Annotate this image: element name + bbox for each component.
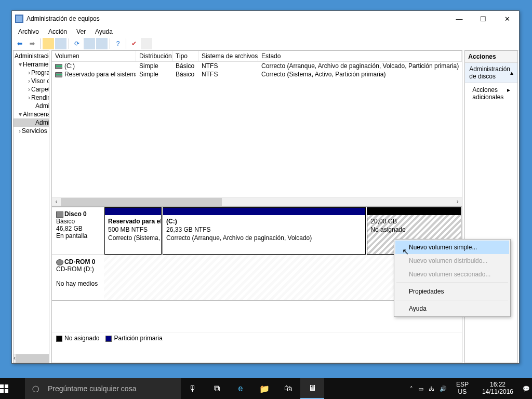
volume-list[interactable]: (C:) Simple Básico NTFS Correcto (Arranq…: [52, 62, 462, 197]
col-tipo[interactable]: Tipo: [172, 51, 198, 61]
maximize-button[interactable]: ☐: [471, 11, 495, 26]
legend: No asignado Partición primaria: [52, 332, 462, 344]
tray-lang1[interactable]: ESP: [456, 381, 469, 388]
taskbar-store[interactable]: 🛍: [276, 378, 300, 399]
navigation-tree[interactable]: Administración del equipo (local) ▾Herra…: [13, 50, 49, 363]
menu-new-spanned-volume: Nuevo volumen distribuido...: [395, 254, 509, 268]
volume-row-c[interactable]: (C:) Simple Básico NTFS Correcto (Arranq…: [52, 62, 462, 70]
disk-0-info[interactable]: Disco 0 Básico 46,82 GB En pantalla: [52, 207, 104, 255]
menu-new-simple-volume[interactable]: Nuevo volumen simple...: [395, 241, 509, 254]
menu-archivo[interactable]: Archivo: [15, 27, 42, 36]
toolbar-btn-2[interactable]: [55, 38, 66, 49]
volume-list-header[interactable]: Volumen Distribución Tipo Sistema de arc…: [52, 51, 462, 62]
titlebar[interactable]: Administración de equipos — ☐ ✕: [12, 11, 519, 26]
tree-tools[interactable]: ▾Herramientas del sistema: [14, 60, 49, 69]
taskbar-edge[interactable]: e: [229, 378, 252, 399]
tree-performance[interactable]: ›Rendimiento: [14, 94, 49, 102]
app-icon: [15, 15, 23, 23]
close-button[interactable]: ✕: [495, 11, 519, 26]
menu-ver[interactable]: Ver: [73, 27, 89, 36]
actions-more[interactable]: Acciones adicionales▸: [465, 83, 517, 104]
menubar: Archivo Acción Ver Ayuda: [12, 26, 519, 37]
col-fs[interactable]: Sistema de archivos: [198, 51, 258, 61]
collapse-icon: ▴: [510, 69, 513, 76]
partition-c[interactable]: (C:) 26,33 GB NTFS Correcto (Arranque, A…: [163, 207, 366, 255]
cdrom-icon: [56, 259, 63, 265]
chevron-right-icon: ▸: [507, 86, 510, 101]
context-menu: Nuevo volumen simple... Nuevo volumen di…: [394, 239, 511, 317]
col-estado[interactable]: Estado: [258, 51, 462, 61]
tree-storage[interactable]: ▾Almacenamiento: [14, 110, 49, 118]
back-button[interactable]: ⬅: [14, 38, 25, 49]
partition-reserved[interactable]: Reservado para el sistema 500 MB NTFS Co…: [104, 207, 162, 255]
volume-icon: [55, 72, 62, 77]
tree-root[interactable]: Administración del equipo (local): [14, 52, 49, 60]
toolbar-btn-1[interactable]: [43, 38, 54, 49]
network-icon[interactable]: 🖧: [429, 385, 434, 392]
cortana-icon: ◯: [25, 385, 46, 392]
tree-event-viewer[interactable]: ›Visor de eventos: [14, 77, 49, 85]
svg-rect-0: [0, 384, 4, 388]
toolbar-btn-5[interactable]: [96, 38, 108, 49]
svg-rect-2: [0, 389, 4, 393]
taskbar-explorer[interactable]: 📁: [252, 378, 276, 399]
actions-header: Acciones: [465, 51, 517, 63]
menu-accion[interactable]: Acción: [45, 27, 70, 36]
tree-services[interactable]: ›Servicios y Aplicaciones: [14, 127, 49, 135]
window-title: Administración de equipos: [26, 15, 100, 22]
volume-list-scrollbar[interactable]: ‹›: [52, 197, 462, 206]
tray-lang2[interactable]: US: [458, 388, 467, 395]
toolbar-btn-7[interactable]: [141, 38, 152, 49]
menu-help[interactable]: Ayuda: [395, 302, 509, 315]
col-volumen[interactable]: Volumen: [52, 51, 136, 61]
tree-scrollbar[interactable]: ‹›: [14, 354, 49, 363]
menu-new-striped-volume: Nuevo volumen seccionado...: [395, 268, 509, 281]
minimize-button[interactable]: —: [447, 11, 471, 26]
toolbar-btn-6[interactable]: ✔: [128, 38, 140, 49]
tree-task-scheduler[interactable]: ›Programador de tareas: [14, 69, 49, 77]
svg-rect-1: [5, 384, 8, 388]
disk-icon: [56, 211, 63, 218]
tray-chevron-icon[interactable]: ˄: [410, 385, 413, 392]
col-distribucion[interactable]: Distribución: [136, 51, 172, 61]
volume-icon: [55, 64, 62, 69]
menu-ayuda[interactable]: Ayuda: [92, 27, 116, 36]
tree-disk-management[interactable]: Administración de discos: [14, 118, 49, 127]
toolbar: ⬅ ➡ ⟳ ? ✔: [12, 37, 519, 50]
help-button[interactable]: ?: [112, 38, 124, 49]
task-view-button[interactable]: ⧉: [205, 378, 229, 399]
start-button[interactable]: [0, 384, 25, 393]
tree-device-manager[interactable]: Administrador de dispositivos: [14, 102, 49, 110]
toolbar-btn-4[interactable]: [84, 38, 95, 49]
volume-icon[interactable]: 🔊: [440, 385, 447, 392]
search-box[interactable]: ◯ Pregúntame cualquier cosa: [25, 378, 181, 399]
clock[interactable]: 16:22 14/11/2016: [478, 381, 517, 396]
taskbar-management[interactable]: 🖥: [300, 378, 324, 399]
forward-button[interactable]: ➡: [26, 38, 38, 49]
notifications-icon[interactable]: 💬: [523, 385, 530, 392]
volume-row-reserved[interactable]: Reservado para el sistema Simple Básico …: [52, 70, 462, 78]
refresh-button[interactable]: ⟳: [71, 38, 83, 49]
search-placeholder: Pregúntame cualquier cosa: [46, 384, 136, 393]
battery-icon[interactable]: ▭: [418, 385, 423, 392]
actions-section[interactable]: Administración de discos▴: [465, 63, 517, 83]
system-tray[interactable]: ˄ ▭ 🖧 🔊 ESP US 16:22 14/11/2016 💬: [410, 381, 532, 396]
svg-rect-3: [5, 389, 8, 393]
taskbar: ◯ Pregúntame cualquier cosa 🎙 ⧉ e 📁 🛍 🖥 …: [0, 378, 532, 399]
menu-properties[interactable]: Propiedades: [395, 285, 509, 298]
mic-icon[interactable]: 🎙: [181, 378, 205, 399]
tree-shared-folders[interactable]: ›Carpetas compartidas: [14, 85, 49, 94]
